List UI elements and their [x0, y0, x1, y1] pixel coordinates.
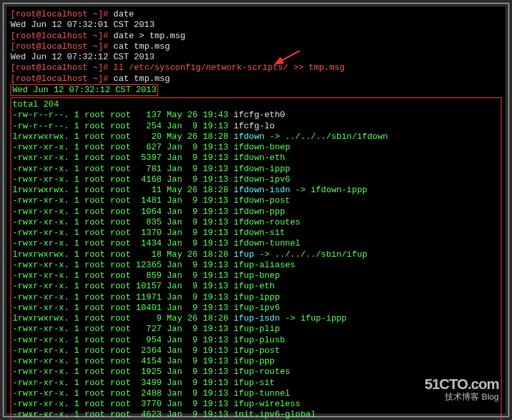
- prompt: [root@localhost ~]#: [11, 63, 108, 72]
- table-row: -rwxr-xr-x. 1 root root 2364 Jan 9 19:13…: [13, 346, 499, 356]
- table-row: lrwxrwxrwx. 1 root root 18 May 26 18:28 …: [13, 249, 499, 260]
- file-listing: -rw-r--r--. 1 root root 137 May 26 19:43…: [13, 110, 499, 420]
- prompt: [root@localhost ~]#: [11, 74, 108, 84]
- watermark: 51CTO.com 技术博客 Blog: [424, 377, 499, 402]
- table-row: lrwxrwxrwx. 1 root root 11 May 26 18:28 …: [13, 185, 499, 196]
- table-row: -rwxr-xr-x. 1 root root 4623 Jan 9 19:13…: [13, 409, 499, 420]
- table-row: -rwxr-xr-x. 1 root root 10157 Jan 9 19:1…: [13, 281, 499, 292]
- prompt: [root@localhost ~]#: [11, 31, 108, 41]
- table-row: -rwxr-xr-x. 1 root root 1434 Jan 9 19:13…: [13, 238, 499, 249]
- table-row: lrwxrwxrwx. 1 root root 9 May 26 18:28 i…: [13, 313, 499, 324]
- table-row: -rwxr-xr-x. 1 root root 859 Jan 9 19:13 …: [13, 271, 499, 281]
- command-date-redirect: date > tmp.msg: [113, 31, 185, 41]
- table-row: -rwxr-xr-x. 1 root root 1481 Jan 9 19:13…: [13, 196, 499, 206]
- table-row: -rwxr-xr-x. 1 root root 1370 Jan 9 19:13…: [13, 228, 499, 238]
- screenshot-frame: [root@localhost ~]# date Wed Jun 12 07:3…: [3, 3, 509, 417]
- prompt: [root@localhost ~]#: [11, 9, 108, 19]
- output-cat: Wed Jun 12 07:32:12 CST 2013: [11, 52, 154, 62]
- table-row: -rwxr-xr-x. 1 root root 11971 Jan 9 19:1…: [13, 292, 499, 303]
- table-row: lrwxrwxrwx. 1 root root 20 May 26 18:28 …: [13, 132, 499, 142]
- table-row: -rwxr-xr-x. 1 root root 627 Jan 9 19:13 …: [13, 142, 499, 153]
- watermark-sub: 技术博客 Blog: [424, 392, 499, 402]
- table-row: -rwxr-xr-x. 1 root root 4168 Jan 9 19:13…: [13, 174, 499, 185]
- table-row: -rw-r--r--. 1 root root 137 May 26 19:43…: [13, 110, 499, 120]
- table-row: -rwxr-xr-x. 1 root root 10401 Jan 9 19:1…: [13, 303, 499, 313]
- command-ll-append: ll /etc/sysconfig/network-scripts/ >> tm…: [113, 63, 345, 72]
- table-row: -rwxr-xr-x. 1 root root 1064 Jan 9 19:13…: [13, 207, 499, 217]
- command-cat2: cat tmp.msg: [113, 74, 170, 84]
- highlighted-date-box: Wed Jun 12 07:32:12 CST 2013: [11, 84, 158, 96]
- output-date: Wed Jun 12 07:32:01 CST 2013: [11, 20, 154, 30]
- highlighted-listing-box: total 204 -rw-r--r--. 1 root root 137 Ma…: [11, 97, 501, 420]
- table-row: -rwxr-xr-x. 1 root root 781 Jan 9 19:13 …: [13, 164, 499, 174]
- table-row: -rwxr-xr-x. 1 root root 954 Jan 9 19:13 …: [13, 335, 499, 346]
- table-row: -rwxr-xr-x. 1 root root 835 Jan 9 19:13 …: [13, 217, 499, 228]
- terminal[interactable]: [root@localhost ~]# date Wed Jun 12 07:3…: [7, 7, 505, 413]
- table-row: -rwxr-xr-x. 1 root root 12365 Jan 9 19:1…: [13, 260, 499, 271]
- table-row: -rwxr-xr-x. 1 root root 727 Jan 9 19:13 …: [13, 324, 499, 334]
- command-cat: cat tmp.msg: [113, 41, 170, 51]
- listing-total: total 204: [13, 99, 59, 109]
- table-row: -rwxr-xr-x. 1 root root 4154 Jan 9 19:13…: [13, 356, 499, 367]
- command-date: date: [113, 9, 134, 19]
- table-row: -rwxr-xr-x. 1 root root 5397 Jan 9 19:13…: [13, 153, 499, 163]
- terminal-content: [root@localhost ~]# date Wed Jun 12 07:3…: [11, 9, 501, 420]
- table-row: -rw-r--r--. 1 root root 254 Jan 9 19:13 …: [13, 121, 499, 132]
- watermark-logo: 51CTO.com: [424, 377, 499, 392]
- prompt: [root@localhost ~]#: [11, 41, 108, 51]
